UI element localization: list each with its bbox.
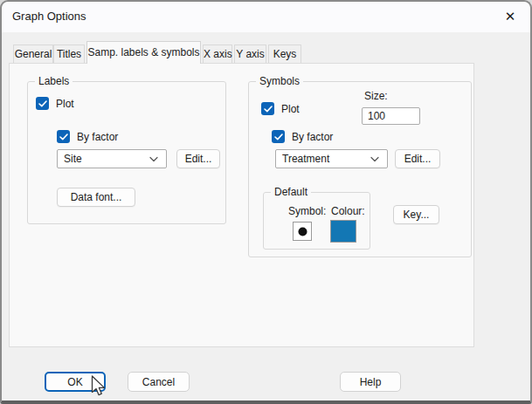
labels-plot-checkbox[interactable] [36,97,49,110]
labels-group: Labels Plot By factor Site Edit... Data … [27,81,226,224]
symbol-picker-button[interactable] [293,222,312,241]
title-bar: Graph Options ✕ [2,2,530,32]
symbols-by-factor-label: By factor [292,131,333,143]
close-icon: ✕ [505,9,516,24]
labels-by-factor-checkbox[interactable] [57,130,70,143]
colour-label: Colour: [331,205,365,217]
cancel-button[interactable]: Cancel [128,372,190,392]
labels-plot-label: Plot [56,98,74,110]
size-label: Size: [364,90,388,102]
help-button[interactable]: Help [340,372,401,392]
default-group-title: Default [271,186,311,199]
symbols-factor-selected-value: Treatment [282,153,329,165]
dialog-title: Graph Options [12,10,86,23]
filled-circle-icon [298,227,307,236]
symbols-plot-checkbox-row: Plot [261,102,300,115]
symbols-group: Symbols Plot Size: By factor Treatment E… [248,81,472,257]
tab-page-samp-labels-symbols: Labels Plot By factor Site Edit... Data … [9,63,474,347]
tab-keys[interactable]: Keys [268,45,301,63]
labels-by-factor-checkbox-row: By factor [57,130,118,143]
ok-button[interactable]: OK [45,372,106,392]
symbols-by-factor-checkbox[interactable] [272,130,285,143]
checkmark-icon [274,134,283,140]
labels-by-factor-label: By factor [77,131,118,143]
colour-picker-button[interactable] [330,220,356,243]
tab-general[interactable]: General [13,45,53,63]
labels-factor-selected-value: Site [64,153,82,165]
symbols-by-factor-checkbox-row: By factor [272,130,333,143]
tab-titles[interactable]: Titles [53,45,85,63]
checkmark-icon [264,106,273,113]
tab-samp-labels-symbols[interactable]: Samp. labels & symbols [86,41,201,64]
checkmark-icon [38,100,47,107]
labels-factor-combobox[interactable]: Site [57,149,167,168]
symbols-plot-label: Plot [281,103,300,115]
labels-plot-checkbox-row: Plot [36,97,74,110]
key-button[interactable]: Key... [393,205,439,224]
symbols-group-title: Symbols [256,75,303,88]
chevron-down-icon [149,156,158,162]
chevron-down-icon [370,156,379,162]
size-input[interactable] [362,107,420,125]
close-button[interactable]: ✕ [495,3,525,30]
data-font-button[interactable]: Data font... [57,188,135,207]
labels-group-title: Labels [35,75,73,88]
symbol-label: Symbol: [288,205,326,217]
tab-y-axis[interactable]: Y axis [234,45,266,63]
symbols-edit-button[interactable]: Edit... [395,149,440,168]
symbols-plot-checkbox[interactable] [261,102,274,115]
symbols-factor-combobox[interactable]: Treatment [275,149,388,168]
default-group: Default Symbol: Colour: [263,192,370,250]
tab-x-axis[interactable]: X axis [203,45,232,63]
labels-edit-button[interactable]: Edit... [176,149,220,168]
checkmark-icon [59,134,68,140]
graph-options-dialog: Graph Options ✕ General Titles Samp. lab… [0,0,532,404]
